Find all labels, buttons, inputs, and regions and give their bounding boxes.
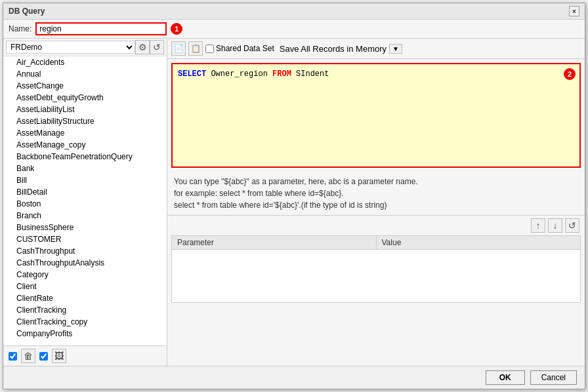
dropdown-row: FRDemo ⚙ ↺ xyxy=(3,39,167,56)
list-item[interactable]: BusinessSphere xyxy=(3,222,167,233)
hint-line-3: select * from table where id='${abc}'.(i… xyxy=(174,199,578,211)
list-item[interactable]: AssetManage_copy xyxy=(3,139,167,151)
list-item[interactable]: Boston xyxy=(3,198,167,210)
badge-2: 2 xyxy=(564,68,576,80)
list-item[interactable]: ClientTracking xyxy=(3,304,167,316)
list-item[interactable]: Branch xyxy=(3,210,167,222)
param-col-parameter: Parameter xyxy=(172,236,377,249)
list-item[interactable]: Bank xyxy=(3,163,167,174)
shared-data-set-label[interactable]: Shared Data Set xyxy=(205,44,274,53)
list-item[interactable]: BillDetail xyxy=(3,186,167,198)
list-item[interactable]: AssetLiabilityStructure xyxy=(3,115,167,127)
checkbox-2[interactable] xyxy=(39,352,48,361)
cancel-button[interactable]: Cancel xyxy=(530,370,577,385)
title-bar: DB Query × xyxy=(3,3,585,20)
doc-btn-1[interactable]: 📄 xyxy=(171,41,186,56)
list-item[interactable]: AssetChange xyxy=(3,80,167,92)
list-item[interactable]: CompanyProfits xyxy=(3,328,167,340)
doc-btn-2[interactable]: 📋 xyxy=(188,41,203,56)
list-item[interactable]: Category xyxy=(3,269,167,281)
checkbox-1[interactable] xyxy=(9,352,17,361)
bottom-bar: OK Cancel xyxy=(3,366,585,389)
settings-btn[interactable]: ⚙ xyxy=(135,40,150,54)
list-item[interactable]: CashThroughput xyxy=(3,245,167,257)
param-body xyxy=(172,250,580,302)
delete-btn[interactable]: 🗑 xyxy=(21,349,35,363)
hint-line-2: for example: select * from table where i… xyxy=(174,187,578,199)
list-item[interactable]: ClientTracking_copy xyxy=(3,316,167,328)
save-dropdown-arrow[interactable]: ▼ xyxy=(389,44,402,54)
right-panel: 📄 📋 Shared Data Set Save All Records in … xyxy=(167,39,585,366)
query-list[interactable]: Air_AccidentsAnnualAssetChangeAssetDebt_… xyxy=(3,56,167,345)
param-table-header: Parameter Value xyxy=(172,236,580,250)
hint-text: You can type "${abc}" as a parameter, he… xyxy=(167,172,585,216)
main-content: FRDemo ⚙ ↺ Air_AccidentsAnnualAssetChang… xyxy=(3,39,585,366)
param-down-btn[interactable]: ↓ xyxy=(548,218,562,233)
param-refresh-btn[interactable]: ↺ xyxy=(565,218,579,233)
hint-line-1: You can type "${abc}" as a parameter, he… xyxy=(174,176,578,187)
db-query-window: DB Query × Name: 1 FRDemo ⚙ ↺ Air_Accide… xyxy=(3,3,585,389)
list-item[interactable]: Annual xyxy=(3,68,167,80)
list-item[interactable]: AssetManage xyxy=(3,127,167,139)
shared-data-set-checkbox[interactable] xyxy=(205,45,214,53)
param-toolbar: ↑ ↓ ↺ xyxy=(167,216,585,235)
ok-button[interactable]: OK xyxy=(486,370,525,385)
list-item[interactable]: Bill xyxy=(3,174,167,186)
sql-editor-container: SELECT Owner_region FROM SIndent 2 xyxy=(171,63,581,168)
list-item[interactable]: AssetDebt_equityGrowth xyxy=(3,92,167,104)
list-item[interactable]: ClientRate xyxy=(3,292,167,304)
list-item[interactable]: BackboneTeamPenetrationQuery xyxy=(3,151,167,163)
refresh-btn[interactable]: ↺ xyxy=(150,40,164,54)
frdemo-dropdown[interactable]: FRDemo xyxy=(6,41,135,54)
left-bottom-toolbar: 🗑 🖼 xyxy=(3,345,167,366)
param-col-value: Value xyxy=(377,236,581,249)
list-item[interactable]: Air_Accidents xyxy=(3,56,167,68)
list-item[interactable]: CUSTOMER xyxy=(3,233,167,245)
param-table: Parameter Value xyxy=(171,235,581,303)
name-input[interactable] xyxy=(35,22,167,35)
left-panel: FRDemo ⚙ ↺ Air_AccidentsAnnualAssetChang… xyxy=(3,39,167,366)
right-toolbar: 📄 📋 Shared Data Set Save All Records in … xyxy=(167,39,585,59)
badge-1: 1 xyxy=(171,23,182,35)
sql-editor[interactable]: SELECT Owner_region FROM SIndent xyxy=(173,64,579,84)
name-row: Name: 1 xyxy=(3,20,585,39)
image-btn[interactable]: 🖼 xyxy=(52,349,66,363)
save-label: Save All Records in Memory xyxy=(280,44,387,54)
list-item[interactable]: CashThroughputAnalysis xyxy=(3,257,167,269)
close-button[interactable]: × xyxy=(569,6,579,16)
window-title: DB Query xyxy=(9,7,45,16)
name-label: Name: xyxy=(9,24,32,33)
param-up-btn[interactable]: ↑ xyxy=(531,218,545,233)
list-item[interactable]: AssetLiabilityList xyxy=(3,104,167,115)
list-item[interactable]: Client xyxy=(3,281,167,292)
